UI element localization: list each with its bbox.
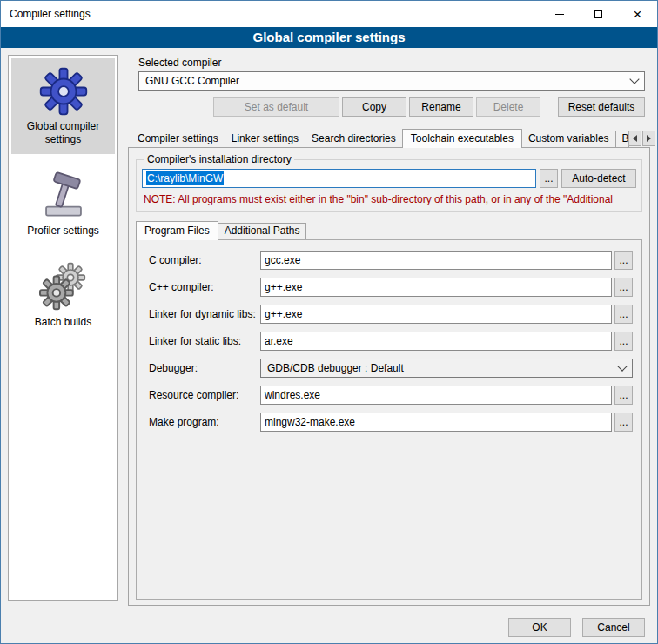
- delete-button[interactable]: Delete: [476, 97, 540, 117]
- c-compiler-browse-button[interactable]: ...: [614, 251, 633, 270]
- tab-scroll-right-button[interactable]: [642, 131, 655, 146]
- linker-dynamic-input[interactable]: g++.exe: [260, 305, 612, 324]
- sidebar-item-label: Profiler settings: [27, 225, 99, 238]
- linker-static-row: Linker for static libs: ar.exe ...: [149, 332, 633, 351]
- c-compiler-input[interactable]: gcc.exe: [260, 251, 612, 270]
- tab-program-files[interactable]: Program Files: [136, 221, 218, 240]
- left-arrow-icon: [633, 135, 637, 142]
- resource-compiler-input[interactable]: windres.exe: [260, 386, 612, 405]
- tab-additional-paths[interactable]: Additional Paths: [218, 223, 307, 239]
- cpp-compiler-input[interactable]: g++.exe: [260, 278, 612, 297]
- right-arrow-icon: [647, 135, 651, 142]
- resource-compiler-row: Resource compiler: windres.exe ...: [149, 386, 633, 405]
- linker-static-value: ar.exe: [265, 335, 293, 347]
- installation-directory-browse-button[interactable]: ...: [540, 169, 558, 188]
- autodetect-button[interactable]: Auto-detect: [561, 169, 636, 188]
- c-compiler-row: C compiler: gcc.exe ...: [149, 251, 633, 270]
- dialog-footer: OK Cancel: [508, 618, 645, 637]
- debugger-label: Debugger:: [149, 362, 260, 374]
- rename-button[interactable]: Rename: [409, 97, 473, 117]
- window-controls: ×: [540, 1, 657, 27]
- dialog-body: Global compiler settings Profiler settin…: [1, 48, 657, 643]
- chevron-down-icon: [629, 74, 639, 84]
- linker-static-label: Linker for static libs:: [149, 335, 260, 347]
- window-title: Compiler settings: [1, 8, 91, 20]
- make-program-browse-button[interactable]: ...: [614, 413, 633, 432]
- dialog-header: Global compiler settings: [1, 27, 657, 48]
- maximize-icon: [594, 10, 602, 18]
- minimize-icon: [555, 14, 564, 15]
- installation-directory-row: C:\raylib\MinGW ... Auto-detect: [142, 169, 636, 188]
- cpp-compiler-label: C++ compiler:: [149, 281, 260, 293]
- c-compiler-value: gcc.exe: [265, 254, 300, 266]
- chevron-down-icon: [617, 361, 627, 371]
- tab-compiler-settings[interactable]: Compiler settings: [131, 131, 225, 147]
- close-icon: ×: [634, 7, 642, 22]
- tab-search-directories[interactable]: Search directories: [305, 131, 403, 147]
- settings-tabstrip: Compiler settings Linker settings Search…: [128, 129, 650, 147]
- ok-button[interactable]: OK: [508, 618, 571, 637]
- tab-custom-variables[interactable]: Custom variables: [521, 131, 616, 147]
- cancel-button[interactable]: Cancel: [582, 618, 645, 637]
- debugger-value: GDB/CDB debugger : Default: [267, 362, 404, 374]
- linker-dynamic-row: Linker for dynamic libs: g++.exe ...: [149, 305, 633, 324]
- sidebar-item-label: Batch builds: [35, 316, 91, 329]
- resource-compiler-label: Resource compiler:: [149, 389, 260, 401]
- sidebar-item-profiler-settings[interactable]: Profiler settings: [11, 163, 115, 245]
- minimize-button[interactable]: [540, 1, 579, 27]
- make-program-value: mingw32-make.exe: [265, 416, 355, 428]
- sidebar-item-batch-builds[interactable]: Batch builds: [11, 254, 115, 337]
- installation-note: NOTE: All programs must exist either in …: [144, 193, 636, 205]
- selected-compiler-value: GNU GCC Compiler: [145, 75, 239, 87]
- installation-directory-selected-text: C:\raylib\MinGW: [146, 171, 224, 185]
- blue-gear-icon: [38, 66, 89, 117]
- make-program-label: Make program:: [149, 416, 260, 428]
- close-button[interactable]: ×: [618, 1, 657, 27]
- program-tabstrip: Program Files Additional Paths: [136, 221, 649, 239]
- copy-button[interactable]: Copy: [342, 97, 406, 117]
- linker-dynamic-label: Linker for dynamic libs:: [149, 308, 260, 320]
- compiler-action-buttons: Set as default Copy Rename Delete Reset …: [138, 97, 645, 117]
- main-panel: Selected compiler GNU GCC Compiler Set a…: [128, 51, 650, 606]
- sidebar-item-label: Global compiler settings: [13, 120, 113, 146]
- cpp-compiler-value: g++.exe: [265, 281, 302, 293]
- tab-toolchain-executables[interactable]: Toolchain executables: [402, 129, 522, 148]
- linker-static-browse-button[interactable]: ...: [614, 332, 633, 351]
- c-compiler-label: C compiler:: [149, 254, 260, 266]
- cpp-compiler-browse-button[interactable]: ...: [614, 278, 633, 297]
- make-program-row: Make program: mingw32-make.exe ...: [149, 413, 633, 432]
- titlebar: Compiler settings ×: [1, 1, 657, 27]
- resource-compiler-browse-button[interactable]: ...: [614, 386, 633, 405]
- tab-scroll-left-button[interactable]: [628, 131, 641, 146]
- tab-scrollers: [628, 131, 655, 146]
- debugger-dropdown[interactable]: GDB/CDB debugger : Default: [260, 359, 633, 378]
- tab-linker-settings[interactable]: Linker settings: [225, 131, 306, 147]
- toolchain-executables-panel: Compiler's installation directory C:\ray…: [128, 147, 650, 606]
- reset-defaults-button[interactable]: Reset defaults: [558, 97, 645, 117]
- resource-compiler-value: windres.exe: [265, 389, 320, 401]
- debugger-row: Debugger: GDB/CDB debugger : Default: [149, 359, 633, 378]
- linker-dynamic-value: g++.exe: [265, 308, 302, 320]
- set-as-default-button[interactable]: Set as default: [213, 97, 339, 117]
- make-program-input[interactable]: mingw32-make.exe: [260, 413, 612, 432]
- gray-gears-icon: [38, 262, 89, 312]
- tab-build-options-clipped[interactable]: Buil: [615, 131, 629, 147]
- selected-compiler-label: Selected compiler: [138, 57, 650, 69]
- installation-directory-legend: Compiler's installation directory: [144, 153, 294, 165]
- cpp-compiler-row: C++ compiler: g++.exe ...: [149, 278, 633, 297]
- sidebar-item-global-compiler-settings[interactable]: Global compiler settings: [11, 58, 115, 154]
- program-files-panel: C compiler: gcc.exe ... C++ compiler: g+…: [136, 239, 642, 600]
- profiler-hammer-icon: [38, 171, 89, 221]
- maximize-button[interactable]: [579, 1, 618, 27]
- compiler-settings-window: Compiler settings × Global compiler sett…: [0, 0, 658, 644]
- selected-compiler-dropdown[interactable]: GNU GCC Compiler: [138, 71, 645, 91]
- installation-directory-input[interactable]: C:\raylib\MinGW: [142, 169, 536, 188]
- linker-dynamic-browse-button[interactable]: ...: [614, 305, 633, 324]
- installation-directory-group: Compiler's installation directory C:\ray…: [136, 153, 642, 212]
- settings-sidebar: Global compiler settings Profiler settin…: [8, 55, 118, 601]
- linker-static-input[interactable]: ar.exe: [260, 332, 612, 351]
